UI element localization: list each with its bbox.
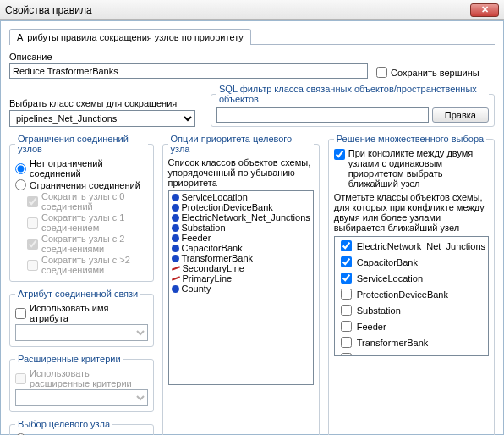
node-icon — [172, 245, 179, 252]
node-icon — [172, 194, 179, 201]
multichoice-item[interactable]: ElectricNetwork_Net_Junctions — [336, 238, 487, 254]
priority-item[interactable]: ProtectionDeviceBank — [170, 202, 312, 212]
keep-vertices-check[interactable]: Сохранить вершины — [376, 67, 479, 78]
priority-item[interactable]: SecondaryLine — [170, 263, 312, 273]
multichoice-item[interactable]: Feeder — [336, 318, 487, 334]
link-attr-legend: Атрибут соединенной связи — [15, 289, 140, 299]
radio-no-limits[interactable]: Нет ограничений соединений — [15, 158, 148, 179]
node-icon — [172, 285, 179, 293]
window-title: Свойства правила — [5, 4, 92, 16]
line-icon — [171, 266, 179, 270]
priority-item[interactable]: PrimaryLine — [170, 273, 312, 284]
check-1conn: Сократить узлы с 1 соединением — [27, 212, 148, 233]
sql-filter-legend: SQL фильтр класса связанных объектов/про… — [216, 84, 489, 104]
multichoice-item[interactable]: Substation — [336, 302, 487, 318]
use-attr-check[interactable]: Использовать имя атрибута — [15, 303, 148, 323]
multichoice-item[interactable]: ProtectionDeviceBank — [336, 286, 487, 302]
node-icon — [172, 214, 179, 222]
check-2conn: Сократить узлы с 2 соединениями — [27, 234, 148, 254]
description-label: Описание — [9, 52, 368, 62]
priority-item[interactable]: ServiceLocation — [170, 192, 312, 202]
attr-combo — [15, 324, 148, 341]
conflict-nearest-check[interactable]: При конфликте между двумя узлами с одина… — [334, 148, 489, 189]
sql-edit-button[interactable]: Правка — [432, 107, 489, 123]
schema-class-combo[interactable]: pipelines_Net_Junctions — [9, 110, 195, 127]
priority-item[interactable]: Substation — [170, 223, 312, 233]
use-ext-check: Использовать расширенные критерии — [15, 368, 148, 388]
multichoice-legend: Решение множественного выбора — [334, 134, 486, 144]
node-icon — [172, 224, 179, 232]
multichoice-item[interactable]: ServiceLocation — [336, 270, 487, 286]
priority-item[interactable]: ElectricNetwork_Net_Junctions — [170, 212, 312, 223]
priority-list[interactable]: ServiceLocationProtectionDeviceBankElect… — [168, 190, 314, 385]
multichoice-list[interactable]: ElectricNetwork_Net_JunctionsCapacitorBa… — [334, 236, 489, 356]
ext-combo — [15, 389, 148, 406]
node-icon — [172, 204, 179, 212]
description-input[interactable] — [9, 63, 368, 79]
node-icon — [172, 255, 179, 262]
check-0conn: Сократить узлы с 0 соединений — [27, 191, 148, 212]
priority-item[interactable]: TransformerBank — [170, 253, 312, 263]
sql-filter-input[interactable] — [216, 107, 429, 123]
target-select-legend: Выбор целевого узла — [15, 419, 112, 429]
radio-limits[interactable]: Ограничения соединений — [15, 179, 148, 190]
ext-criteria-legend: Расширенные критерии — [15, 354, 123, 364]
node-icon — [172, 234, 179, 242]
priority-item[interactable]: Feeder — [170, 233, 312, 243]
keep-vertices-label: Сохранить вершины — [391, 68, 479, 78]
line-icon — [171, 276, 179, 280]
tab-attributes[interactable]: Атрибуты правила сокращения узлов по при… — [9, 29, 251, 45]
schema-class-label: Выбрать класс схемы для сокращения — [9, 98, 195, 108]
priority-item[interactable]: CapacitorBank — [170, 243, 312, 253]
multichoice-item[interactable]: TransformerBank — [336, 334, 487, 350]
multichoice-item[interactable]: SecondaryLine — [336, 350, 487, 356]
check-gt2conn: Сократить узлы с >2 соединениями — [27, 255, 148, 275]
close-icon: ✕ — [481, 5, 489, 14]
multichoice-item[interactable]: CapacitorBank — [336, 254, 487, 270]
multichoice-desc: Отметьте классы объектов схемы, для кото… — [334, 192, 489, 233]
node-limits-legend: Ограничения соединений узлов — [15, 134, 148, 154]
close-button[interactable]: ✕ — [470, 3, 499, 17]
priority-item[interactable]: County — [170, 284, 312, 294]
priority-legend: Опции приоритета целевого узла — [168, 134, 314, 154]
priority-desc: Список классов объектов схемы, упорядоче… — [168, 157, 314, 188]
